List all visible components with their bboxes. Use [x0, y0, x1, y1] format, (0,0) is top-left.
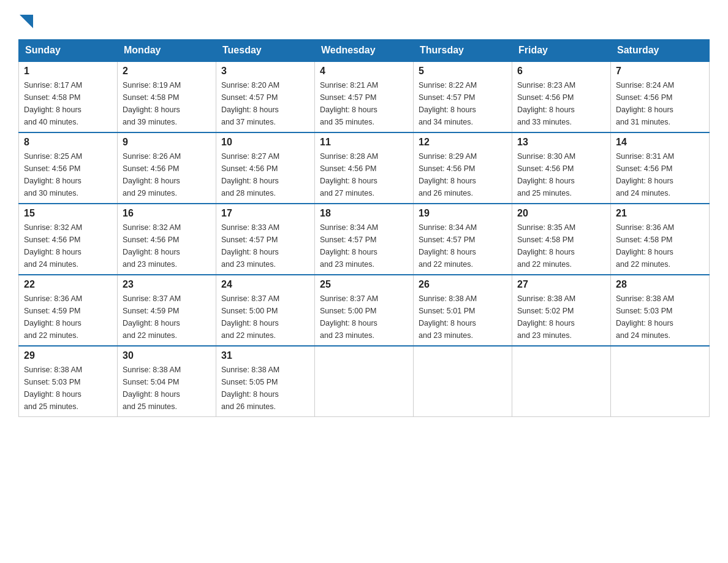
- calendar-week-4: 22 Sunrise: 8:36 AM Sunset: 4:59 PM Dayl…: [19, 275, 710, 346]
- day-info: Sunrise: 8:30 AM Sunset: 4:56 PM Dayligh…: [517, 150, 605, 199]
- calendar-cell: 4 Sunrise: 8:21 AM Sunset: 4:57 PM Dayli…: [315, 61, 414, 132]
- day-number: 17: [221, 208, 309, 219]
- calendar-cell: 9 Sunrise: 8:26 AM Sunset: 4:56 PM Dayli…: [118, 132, 216, 204]
- calendar-cell: 21 Sunrise: 8:36 AM Sunset: 4:58 PM Dayl…: [611, 204, 710, 275]
- day-number: 27: [517, 279, 605, 290]
- calendar-cell: 18 Sunrise: 8:34 AM Sunset: 4:57 PM Dayl…: [315, 204, 414, 275]
- calendar-cell: 26 Sunrise: 8:38 AM Sunset: 5:01 PM Dayl…: [414, 275, 512, 346]
- calendar-cell: 30 Sunrise: 8:38 AM Sunset: 5:04 PM Dayl…: [118, 346, 216, 417]
- day-info: Sunrise: 8:35 AM Sunset: 4:58 PM Dayligh…: [517, 221, 605, 270]
- day-number: 4: [320, 66, 408, 77]
- calendar-cell: 27 Sunrise: 8:38 AM Sunset: 5:02 PM Dayl…: [512, 275, 611, 346]
- day-number: 3: [221, 66, 309, 77]
- day-number: 25: [320, 279, 408, 290]
- day-info: Sunrise: 8:25 AM Sunset: 4:56 PM Dayligh…: [24, 150, 112, 199]
- calendar-cell: 2 Sunrise: 8:19 AM Sunset: 4:58 PM Dayli…: [118, 61, 216, 132]
- day-number: 11: [320, 137, 408, 148]
- day-number: 1: [24, 66, 112, 77]
- day-info: Sunrise: 8:19 AM Sunset: 4:58 PM Dayligh…: [123, 79, 211, 128]
- calendar-cell: 24 Sunrise: 8:37 AM Sunset: 5:00 PM Dayl…: [216, 275, 315, 346]
- day-info: Sunrise: 8:38 AM Sunset: 5:05 PM Dayligh…: [221, 364, 309, 413]
- calendar-cell: 13 Sunrise: 8:30 AM Sunset: 4:56 PM Dayl…: [512, 132, 611, 204]
- calendar-cell: 19 Sunrise: 8:34 AM Sunset: 4:57 PM Dayl…: [414, 204, 512, 275]
- calendar-cell: 1 Sunrise: 8:17 AM Sunset: 4:58 PM Dayli…: [19, 61, 118, 132]
- day-number: 7: [616, 66, 704, 77]
- day-info: Sunrise: 8:37 AM Sunset: 5:00 PM Dayligh…: [320, 293, 408, 342]
- day-number: 16: [123, 208, 211, 219]
- calendar-cell: 7 Sunrise: 8:24 AM Sunset: 4:56 PM Dayli…: [611, 61, 710, 132]
- logo-arrow-icon: [20, 15, 33, 28]
- calendar-cell: 6 Sunrise: 8:23 AM Sunset: 4:56 PM Dayli…: [512, 61, 611, 132]
- calendar-cell: [315, 346, 414, 417]
- day-number: 13: [517, 137, 605, 148]
- calendar-week-3: 15 Sunrise: 8:32 AM Sunset: 4:56 PM Dayl…: [19, 204, 710, 275]
- day-number: 30: [123, 350, 211, 361]
- calendar-cell: 15 Sunrise: 8:32 AM Sunset: 4:56 PM Dayl…: [19, 204, 118, 275]
- day-info: Sunrise: 8:36 AM Sunset: 4:58 PM Dayligh…: [616, 221, 704, 270]
- calendar-cell: 20 Sunrise: 8:35 AM Sunset: 4:58 PM Dayl…: [512, 204, 611, 275]
- day-info: Sunrise: 8:27 AM Sunset: 4:56 PM Dayligh…: [221, 150, 309, 199]
- day-info: Sunrise: 8:31 AM Sunset: 4:56 PM Dayligh…: [616, 150, 704, 199]
- day-number: 14: [616, 137, 704, 148]
- calendar-cell: [611, 346, 710, 417]
- day-info: Sunrise: 8:38 AM Sunset: 5:03 PM Dayligh…: [24, 364, 112, 413]
- day-info: Sunrise: 8:23 AM Sunset: 4:56 PM Dayligh…: [517, 79, 605, 128]
- calendar-week-2: 8 Sunrise: 8:25 AM Sunset: 4:56 PM Dayli…: [19, 132, 710, 204]
- day-info: Sunrise: 8:34 AM Sunset: 4:57 PM Dayligh…: [320, 221, 408, 270]
- weekday-header-friday: Friday: [512, 40, 611, 62]
- day-number: 23: [123, 279, 211, 290]
- calendar-cell: 14 Sunrise: 8:31 AM Sunset: 4:56 PM Dayl…: [611, 132, 710, 204]
- day-number: 20: [517, 208, 605, 219]
- day-info: Sunrise: 8:32 AM Sunset: 4:56 PM Dayligh…: [24, 221, 112, 270]
- calendar-cell: 17 Sunrise: 8:33 AM Sunset: 4:57 PM Dayl…: [216, 204, 315, 275]
- day-info: Sunrise: 8:22 AM Sunset: 4:57 PM Dayligh…: [419, 79, 507, 128]
- day-info: Sunrise: 8:38 AM Sunset: 5:01 PM Dayligh…: [419, 293, 507, 342]
- day-info: Sunrise: 8:34 AM Sunset: 4:57 PM Dayligh…: [419, 221, 507, 270]
- day-number: 6: [517, 66, 605, 77]
- day-info: Sunrise: 8:32 AM Sunset: 4:56 PM Dayligh…: [123, 221, 211, 270]
- day-number: 22: [24, 279, 112, 290]
- calendar-week-1: 1 Sunrise: 8:17 AM Sunset: 4:58 PM Dayli…: [19, 61, 710, 132]
- day-info: Sunrise: 8:29 AM Sunset: 4:56 PM Dayligh…: [419, 150, 507, 199]
- calendar-cell: 31 Sunrise: 8:38 AM Sunset: 5:05 PM Dayl…: [216, 346, 315, 417]
- calendar-cell: 29 Sunrise: 8:38 AM Sunset: 5:03 PM Dayl…: [19, 346, 118, 417]
- calendar-cell: 28 Sunrise: 8:38 AM Sunset: 5:03 PM Dayl…: [611, 275, 710, 346]
- calendar-cell: 25 Sunrise: 8:37 AM Sunset: 5:00 PM Dayl…: [315, 275, 414, 346]
- calendar-cell: [414, 346, 512, 417]
- day-number: 2: [123, 66, 211, 77]
- day-info: Sunrise: 8:28 AM Sunset: 4:56 PM Dayligh…: [320, 150, 408, 199]
- calendar-cell: 12 Sunrise: 8:29 AM Sunset: 4:56 PM Dayl…: [414, 132, 512, 204]
- day-number: 18: [320, 208, 408, 219]
- calendar-cell: 3 Sunrise: 8:20 AM Sunset: 4:57 PM Dayli…: [216, 61, 315, 132]
- weekday-header-monday: Monday: [118, 40, 216, 62]
- logo: [18, 12, 33, 27]
- day-info: Sunrise: 8:17 AM Sunset: 4:58 PM Dayligh…: [24, 79, 112, 128]
- calendar-cell: 10 Sunrise: 8:27 AM Sunset: 4:56 PM Dayl…: [216, 132, 315, 204]
- day-info: Sunrise: 8:26 AM Sunset: 4:56 PM Dayligh…: [123, 150, 211, 199]
- calendar-cell: 22 Sunrise: 8:36 AM Sunset: 4:59 PM Dayl…: [19, 275, 118, 346]
- page-header: [18, 12, 710, 27]
- day-number: 31: [221, 350, 309, 361]
- day-number: 12: [419, 137, 507, 148]
- day-info: Sunrise: 8:24 AM Sunset: 4:56 PM Dayligh…: [616, 79, 704, 128]
- weekday-header-row: SundayMondayTuesdayWednesdayThursdayFrid…: [19, 40, 710, 62]
- calendar-cell: 23 Sunrise: 8:37 AM Sunset: 4:59 PM Dayl…: [118, 275, 216, 346]
- weekday-header-wednesday: Wednesday: [315, 40, 414, 62]
- day-info: Sunrise: 8:37 AM Sunset: 4:59 PM Dayligh…: [123, 293, 211, 342]
- calendar-cell: 16 Sunrise: 8:32 AM Sunset: 4:56 PM Dayl…: [118, 204, 216, 275]
- day-info: Sunrise: 8:21 AM Sunset: 4:57 PM Dayligh…: [320, 79, 408, 128]
- day-info: Sunrise: 8:36 AM Sunset: 4:59 PM Dayligh…: [24, 293, 112, 342]
- day-number: 8: [24, 137, 112, 148]
- calendar-cell: 5 Sunrise: 8:22 AM Sunset: 4:57 PM Dayli…: [414, 61, 512, 132]
- day-number: 21: [616, 208, 704, 219]
- day-info: Sunrise: 8:38 AM Sunset: 5:04 PM Dayligh…: [123, 364, 211, 413]
- day-info: Sunrise: 8:38 AM Sunset: 5:02 PM Dayligh…: [517, 293, 605, 342]
- day-number: 28: [616, 279, 704, 290]
- day-number: 9: [123, 137, 211, 148]
- day-number: 10: [221, 137, 309, 148]
- svg-marker-0: [20, 15, 33, 28]
- day-info: Sunrise: 8:37 AM Sunset: 5:00 PM Dayligh…: [221, 293, 309, 342]
- weekday-header-saturday: Saturday: [611, 40, 710, 62]
- day-number: 24: [221, 279, 309, 290]
- day-number: 15: [24, 208, 112, 219]
